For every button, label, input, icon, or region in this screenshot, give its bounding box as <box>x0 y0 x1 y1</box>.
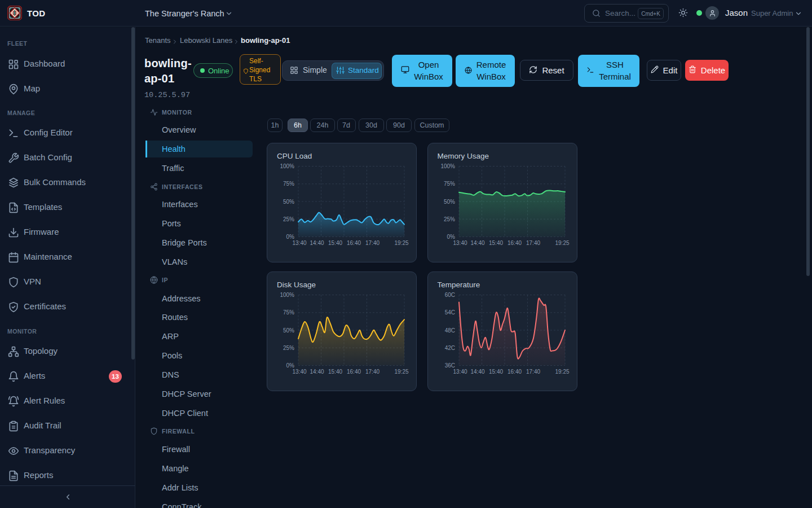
svg-text:14:40: 14:40 <box>310 240 324 246</box>
svg-text:13:40: 13:40 <box>292 369 306 375</box>
svg-text:60C: 60C <box>444 292 454 298</box>
svg-text:14:40: 14:40 <box>470 240 484 246</box>
svg-text:50%: 50% <box>283 327 294 334</box>
svg-text:19:25: 19:25 <box>555 240 569 246</box>
svg-text:13:40: 13:40 <box>453 369 467 375</box>
svg-text:15:40: 15:40 <box>488 240 502 246</box>
svg-text:13:40: 13:40 <box>453 240 467 246</box>
svg-text:14:40: 14:40 <box>470 369 484 375</box>
svg-text:15:40: 15:40 <box>328 369 342 375</box>
svg-text:100%: 100% <box>280 163 294 169</box>
svg-text:19:25: 19:25 <box>555 369 569 375</box>
svg-text:0%: 0% <box>286 362 295 369</box>
svg-text:15:40: 15:40 <box>488 369 502 375</box>
svg-text:100%: 100% <box>280 292 294 298</box>
svg-text:19:25: 19:25 <box>394 369 408 375</box>
svg-text:100%: 100% <box>440 163 455 169</box>
svg-text:36C: 36C <box>444 362 454 369</box>
svg-text:0%: 0% <box>286 234 295 240</box>
svg-text:25%: 25% <box>443 216 454 222</box>
svg-text:17:40: 17:40 <box>365 369 379 375</box>
svg-text:75%: 75% <box>283 181 294 187</box>
svg-text:13:40: 13:40 <box>292 240 306 246</box>
svg-text:50%: 50% <box>443 198 454 204</box>
svg-text:25%: 25% <box>283 216 294 222</box>
svg-text:16:40: 16:40 <box>507 240 521 246</box>
svg-text:17:40: 17:40 <box>526 369 540 375</box>
svg-text:16:40: 16:40 <box>347 240 361 246</box>
svg-text:19:25: 19:25 <box>394 240 408 246</box>
svg-text:54C: 54C <box>444 309 454 316</box>
svg-text:42C: 42C <box>444 345 454 351</box>
svg-text:16:40: 16:40 <box>347 369 361 375</box>
svg-text:14:40: 14:40 <box>310 369 324 375</box>
svg-text:17:40: 17:40 <box>365 240 379 246</box>
svg-text:48C: 48C <box>444 327 454 334</box>
svg-text:17:40: 17:40 <box>526 240 540 246</box>
svg-text:15:40: 15:40 <box>328 240 342 246</box>
svg-text:75%: 75% <box>443 181 454 187</box>
svg-text:0%: 0% <box>447 234 455 240</box>
svg-text:75%: 75% <box>283 309 294 316</box>
svg-text:50%: 50% <box>283 198 294 204</box>
svg-text:25%: 25% <box>283 345 294 351</box>
svg-text:16:40: 16:40 <box>507 369 521 375</box>
